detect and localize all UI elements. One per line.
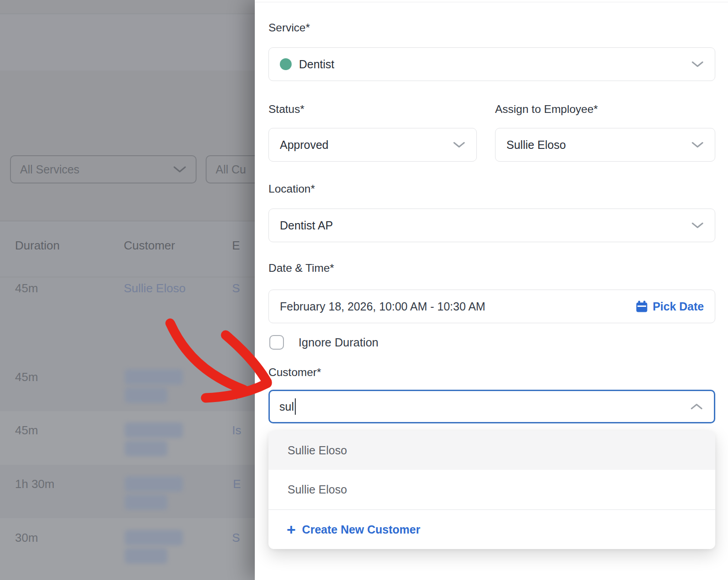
employee-cell-partial: S — [232, 531, 240, 545]
background-topbar — [0, 0, 255, 14]
datetime-value: February 18, 2026, 10:00 AM - 10:30 AM — [280, 300, 485, 313]
customer-option[interactable]: Sullie Eloso — [268, 470, 715, 509]
blurred-customer-name — [125, 387, 167, 403]
location-value: Dentist AP — [280, 219, 333, 232]
datetime-field[interactable]: February 18, 2026, 10:00 AM - 10:30 AM P… — [268, 290, 715, 323]
create-new-customer-button[interactable]: + Create New Customer — [268, 510, 715, 549]
customer-option[interactable]: Sullie Eloso — [268, 431, 715, 470]
customer-search-input[interactable]: sul — [268, 390, 715, 423]
modal-scrim-background[interactable]: All Services All Cu Duration Customer E … — [0, 0, 255, 580]
duration-cell: 30m — [15, 531, 38, 545]
location-select[interactable]: Dentist AP — [268, 209, 715, 242]
status-label: Status* — [268, 103, 304, 116]
column-header-employee-partial: E — [232, 239, 240, 253]
table-header-divider — [0, 277, 255, 277]
blurred-customer-name — [125, 548, 167, 564]
column-header-duration: Duration — [15, 239, 60, 253]
all-services-label: All Services — [20, 163, 80, 176]
appointment-edit-panel: Service* Dentist Status* Approved Assign… — [255, 0, 728, 580]
duration-cell: 45m — [15, 370, 38, 384]
chevron-down-icon — [691, 222, 704, 229]
panel-top-divider — [255, 2, 728, 2]
duration-cell: 1h 30m — [15, 477, 55, 491]
column-header-customer: Customer — [124, 239, 175, 253]
employee-cell-partial: E — [233, 477, 241, 491]
calendar-icon — [636, 300, 648, 313]
chevron-down-icon — [453, 141, 465, 149]
plus-icon: + — [287, 522, 296, 537]
status-select[interactable]: Approved — [268, 128, 477, 162]
create-new-customer-label: Create New Customer — [302, 523, 420, 536]
service-color-dot-icon — [280, 58, 292, 70]
ignore-duration-checkbox[interactable] — [269, 335, 284, 350]
customer-label: Customer* — [268, 366, 321, 379]
chevron-down-icon — [173, 165, 187, 173]
service-label: Service* — [268, 21, 310, 34]
blurred-customer-name — [125, 441, 167, 456]
chevron-up-icon — [690, 403, 703, 411]
blurred-customer-name — [125, 422, 183, 438]
service-value: Dentist — [299, 58, 334, 71]
chevron-down-icon — [691, 61, 704, 68]
blurred-customer-name — [125, 494, 167, 510]
employee-cell-partial: Is — [232, 423, 241, 438]
text-cursor — [295, 398, 296, 415]
customer-link: Sullie Eloso — [124, 281, 186, 295]
customer-option-label: Sullie Eloso — [288, 444, 347, 457]
blurred-customer-name — [125, 476, 183, 492]
employee-value: Sullie Eloso — [506, 138, 566, 152]
background-header-section — [0, 15, 255, 71]
table-row-band — [0, 411, 255, 465]
datetime-label: Date & Time* — [268, 262, 334, 275]
employee-cell-partial: T — [233, 389, 240, 403]
ignore-duration-label: Ignore Duration — [298, 336, 379, 349]
duration-cell: 45m — [15, 281, 38, 295]
background-filter-bar: All Services All Cu — [0, 71, 255, 221]
location-label: Location* — [268, 183, 315, 195]
pick-date-label: Pick Date — [652, 300, 704, 313]
employee-select[interactable]: Sullie Eloso — [495, 128, 715, 162]
duration-cell: 45m — [15, 423, 38, 438]
blurred-customer-name — [125, 369, 183, 385]
assign-employee-label: Assign to Employee* — [495, 103, 598, 116]
customer-dropdown: Sullie Eloso Sullie Eloso + Create New C… — [268, 431, 715, 549]
employee-cell-partial: S — [232, 281, 240, 295]
all-services-filter: All Services — [10, 155, 197, 183]
customer-option-label: Sullie Eloso — [288, 483, 347, 496]
pick-date-button[interactable]: Pick Date — [636, 300, 704, 313]
chevron-down-icon — [691, 141, 704, 149]
status-value: Approved — [280, 138, 329, 152]
customer-input-value: sul — [279, 400, 294, 413]
screenshot-root: All Services All Cu Duration Customer E … — [0, 0, 728, 580]
service-select[interactable]: Dentist — [268, 47, 715, 81]
all-customers-label: All Cu — [216, 163, 246, 176]
background-appointments-table: Duration Customer E 45m Sullie Eloso S 4… — [0, 221, 255, 580]
blurred-customer-name — [125, 530, 183, 545]
